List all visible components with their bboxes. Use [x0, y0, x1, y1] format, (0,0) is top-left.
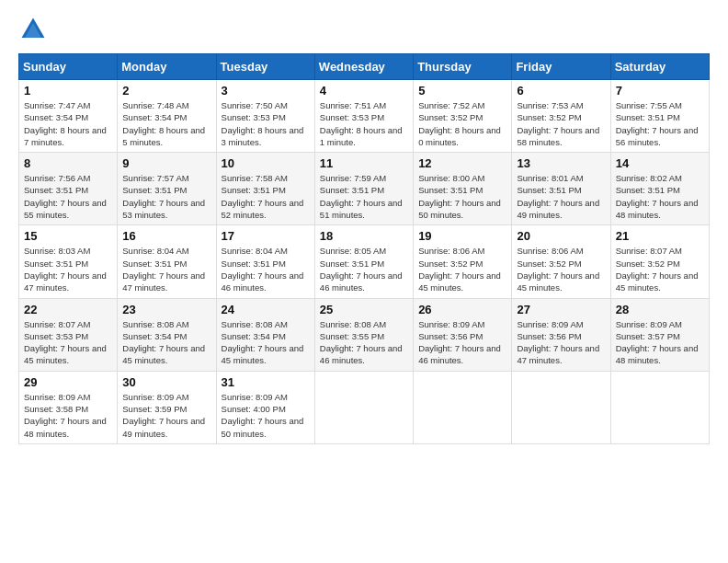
col-header-thursday: Thursday [414, 54, 512, 80]
day-info: Sunrise: 7:56 AMSunset: 3:51 PMDaylight:… [24, 172, 112, 221]
day-number: 31 [222, 375, 310, 389]
day-number: 13 [517, 156, 605, 170]
day-info: Sunrise: 8:08 AMSunset: 3:54 PMDaylight:… [122, 318, 210, 367]
calendar-cell: 13 Sunrise: 8:01 AMSunset: 3:51 PMDaylig… [512, 153, 610, 225]
day-info: Sunrise: 7:58 AMSunset: 3:51 PMDaylight:… [222, 172, 310, 221]
day-number: 19 [418, 229, 506, 243]
day-info: Sunrise: 8:06 AMSunset: 3:52 PMDaylight:… [418, 245, 506, 293]
day-number: 30 [122, 375, 210, 389]
day-number: 21 [616, 229, 704, 243]
calendar-cell: 6 Sunrise: 7:53 AMSunset: 3:52 PMDayligh… [512, 80, 610, 153]
page-header [18, 15, 710, 44]
day-number: 27 [517, 303, 605, 316]
day-number: 7 [616, 84, 704, 98]
calendar-cell: 30 Sunrise: 8:09 AMSunset: 3:59 PMDaylig… [118, 371, 216, 443]
col-header-wednesday: Wednesday [314, 54, 413, 80]
day-info: Sunrise: 8:01 AMSunset: 3:51 PMDaylight:… [517, 172, 605, 221]
logo-icon [18, 15, 48, 44]
day-number: 16 [122, 229, 210, 243]
day-number: 11 [320, 156, 408, 170]
day-info: Sunrise: 8:02 AMSunset: 3:51 PMDaylight:… [616, 172, 704, 221]
day-number: 18 [320, 229, 408, 243]
day-number: 12 [418, 156, 506, 170]
day-info: Sunrise: 8:09 AMSunset: 3:57 PMDaylight:… [616, 318, 704, 367]
day-info: Sunrise: 8:08 AMSunset: 3:55 PMDaylight:… [320, 318, 408, 367]
calendar-cell: 28 Sunrise: 8:09 AMSunset: 3:57 PMDaylig… [610, 298, 709, 371]
calendar-cell: 29 Sunrise: 8:09 AMSunset: 3:58 PMDaylig… [19, 371, 118, 443]
day-number: 28 [616, 303, 704, 316]
day-info: Sunrise: 8:05 AMSunset: 3:51 PMDaylight:… [320, 245, 408, 293]
calendar-cell: 2 Sunrise: 7:48 AMSunset: 3:54 PMDayligh… [118, 80, 216, 153]
col-header-sunday: Sunday [19, 54, 118, 80]
calendar-cell: 22 Sunrise: 8:07 AMSunset: 3:53 PMDaylig… [19, 298, 118, 371]
calendar-week-row: 29 Sunrise: 8:09 AMSunset: 3:58 PMDaylig… [19, 371, 710, 443]
col-header-saturday: Saturday [610, 54, 709, 80]
col-header-tuesday: Tuesday [216, 54, 314, 80]
day-info: Sunrise: 8:08 AMSunset: 3:54 PMDaylight:… [222, 318, 310, 367]
day-info: Sunrise: 8:07 AMSunset: 3:52 PMDaylight:… [616, 245, 704, 293]
day-number: 24 [222, 303, 310, 316]
day-number: 17 [222, 229, 310, 243]
calendar-week-row: 8 Sunrise: 7:56 AMSunset: 3:51 PMDayligh… [19, 153, 710, 225]
day-info: Sunrise: 7:57 AMSunset: 3:51 PMDaylight:… [122, 172, 210, 221]
day-info: Sunrise: 8:04 AMSunset: 3:51 PMDaylight:… [222, 245, 310, 293]
col-header-monday: Monday [118, 54, 216, 80]
day-info: Sunrise: 8:09 AMSunset: 4:00 PMDaylight:… [222, 391, 310, 440]
day-info: Sunrise: 8:06 AMSunset: 3:52 PMDaylight:… [517, 245, 605, 293]
calendar-cell [314, 371, 413, 443]
day-number: 25 [320, 303, 408, 316]
day-info: Sunrise: 8:09 AMSunset: 3:56 PMDaylight:… [418, 318, 506, 367]
day-info: Sunrise: 7:47 AMSunset: 3:54 PMDaylight:… [24, 99, 112, 148]
day-number: 23 [122, 303, 210, 316]
day-info: Sunrise: 7:52 AMSunset: 3:52 PMDaylight:… [418, 99, 506, 148]
calendar-cell: 18 Sunrise: 8:05 AMSunset: 3:51 PMDaylig… [314, 225, 413, 298]
day-info: Sunrise: 7:55 AMSunset: 3:51 PMDaylight:… [616, 99, 704, 148]
calendar-cell: 4 Sunrise: 7:51 AMSunset: 3:53 PMDayligh… [314, 80, 413, 153]
calendar-cell: 27 Sunrise: 8:09 AMSunset: 3:56 PMDaylig… [512, 298, 610, 371]
day-info: Sunrise: 8:09 AMSunset: 3:56 PMDaylight:… [517, 318, 605, 367]
day-number: 8 [24, 156, 112, 170]
calendar-cell: 31 Sunrise: 8:09 AMSunset: 4:00 PMDaylig… [216, 371, 314, 443]
day-number: 26 [418, 303, 506, 316]
calendar-cell: 5 Sunrise: 7:52 AMSunset: 3:52 PMDayligh… [414, 80, 512, 153]
calendar-cell: 12 Sunrise: 8:00 AMSunset: 3:51 PMDaylig… [414, 153, 512, 225]
day-info: Sunrise: 8:07 AMSunset: 3:53 PMDaylight:… [24, 318, 112, 367]
calendar-cell: 3 Sunrise: 7:50 AMSunset: 3:53 PMDayligh… [216, 80, 314, 153]
calendar-cell: 20 Sunrise: 8:06 AMSunset: 3:52 PMDaylig… [512, 225, 610, 298]
day-number: 14 [616, 156, 704, 170]
calendar-header-row: SundayMondayTuesdayWednesdayThursdayFrid… [19, 54, 710, 80]
calendar-cell: 11 Sunrise: 7:59 AMSunset: 3:51 PMDaylig… [314, 153, 413, 225]
calendar-cell: 14 Sunrise: 8:02 AMSunset: 3:51 PMDaylig… [610, 153, 709, 225]
day-number: 10 [222, 156, 310, 170]
calendar-cell: 16 Sunrise: 8:04 AMSunset: 3:51 PMDaylig… [118, 225, 216, 298]
calendar-cell: 8 Sunrise: 7:56 AMSunset: 3:51 PMDayligh… [19, 153, 118, 225]
calendar-cell: 23 Sunrise: 8:08 AMSunset: 3:54 PMDaylig… [118, 298, 216, 371]
calendar-week-row: 1 Sunrise: 7:47 AMSunset: 3:54 PMDayligh… [19, 80, 710, 153]
calendar-cell: 17 Sunrise: 8:04 AMSunset: 3:51 PMDaylig… [216, 225, 314, 298]
calendar-cell: 9 Sunrise: 7:57 AMSunset: 3:51 PMDayligh… [118, 153, 216, 225]
col-header-friday: Friday [512, 54, 610, 80]
calendar-week-row: 22 Sunrise: 8:07 AMSunset: 3:53 PMDaylig… [19, 298, 710, 371]
day-info: Sunrise: 7:51 AMSunset: 3:53 PMDaylight:… [320, 99, 408, 148]
day-info: Sunrise: 8:00 AMSunset: 3:51 PMDaylight:… [418, 172, 506, 221]
calendar-cell: 10 Sunrise: 7:58 AMSunset: 3:51 PMDaylig… [216, 153, 314, 225]
logo [18, 15, 51, 44]
day-number: 20 [517, 229, 605, 243]
calendar-cell [512, 371, 610, 443]
calendar-cell: 24 Sunrise: 8:08 AMSunset: 3:54 PMDaylig… [216, 298, 314, 371]
day-number: 2 [122, 84, 210, 98]
day-number: 29 [24, 375, 112, 389]
day-info: Sunrise: 8:09 AMSunset: 3:58 PMDaylight:… [24, 391, 112, 440]
calendar-cell: 26 Sunrise: 8:09 AMSunset: 3:56 PMDaylig… [414, 298, 512, 371]
day-info: Sunrise: 7:48 AMSunset: 3:54 PMDaylight:… [122, 99, 210, 148]
calendar-cell [414, 371, 512, 443]
calendar-cell: 15 Sunrise: 8:03 AMSunset: 3:51 PMDaylig… [19, 225, 118, 298]
day-info: Sunrise: 7:53 AMSunset: 3:52 PMDaylight:… [517, 99, 605, 148]
calendar-cell: 19 Sunrise: 8:06 AMSunset: 3:52 PMDaylig… [414, 225, 512, 298]
calendar-cell [610, 371, 709, 443]
calendar-cell: 25 Sunrise: 8:08 AMSunset: 3:55 PMDaylig… [314, 298, 413, 371]
day-number: 4 [320, 84, 408, 98]
day-number: 3 [222, 84, 310, 98]
day-number: 9 [122, 156, 210, 170]
calendar-table: SundayMondayTuesdayWednesdayThursdayFrid… [18, 53, 710, 444]
